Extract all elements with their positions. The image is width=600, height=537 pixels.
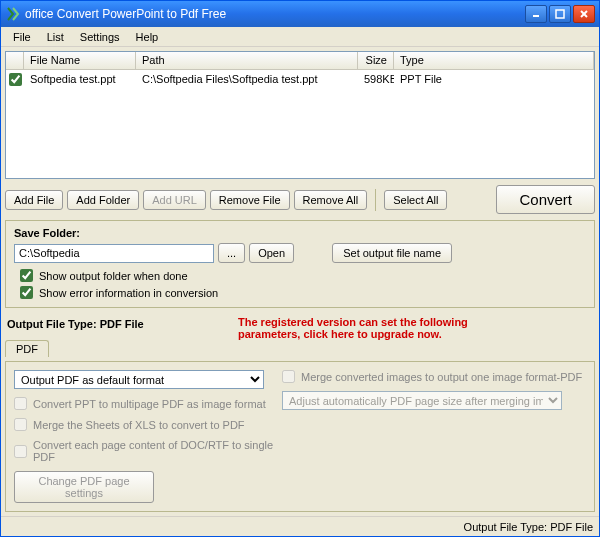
minimize-button[interactable]	[525, 5, 547, 23]
tab-pdf[interactable]: PDF	[5, 340, 49, 357]
show-output-folder-checkbox[interactable]	[20, 269, 33, 282]
menu-list[interactable]: List	[39, 29, 72, 45]
col-filename[interactable]: File Name	[24, 52, 136, 69]
file-list-header: File Name Path Size Type	[6, 52, 594, 70]
cell-path: C:\Softpedia Files\Softpedia test.ppt	[136, 72, 358, 86]
save-folder-input[interactable]	[14, 244, 214, 263]
titlebar: office Convert PowerPoint to Pdf Free	[1, 1, 599, 27]
divider	[375, 189, 376, 211]
pdf-tabs: PDF	[5, 340, 595, 357]
statusbar-text: Output File Type: PDF File	[464, 521, 593, 533]
merge-converted-checkbox	[282, 370, 295, 383]
open-folder-button[interactable]: Open	[249, 243, 294, 263]
save-folder-fieldset: Save Folder: ... Open Set output file na…	[5, 220, 595, 308]
cell-filename: Softpedia test.ppt	[24, 72, 136, 86]
file-list: File Name Path Size Type Softpedia test.…	[5, 51, 595, 179]
change-pdf-settings-button: Change PDF page settings	[14, 471, 154, 503]
show-output-folder-label: Show output folder when done	[39, 270, 188, 282]
remove-all-button[interactable]: Remove All	[294, 190, 368, 210]
row-checkbox[interactable]	[9, 73, 22, 86]
save-folder-legend: Save Folder:	[14, 227, 586, 239]
close-button[interactable]	[573, 5, 595, 23]
convert-doc-rtf-checkbox	[14, 445, 27, 458]
window-buttons	[525, 5, 595, 23]
remove-file-button[interactable]: Remove File	[210, 190, 290, 210]
browse-button[interactable]: ...	[218, 243, 245, 263]
col-type[interactable]: Type	[394, 52, 594, 69]
file-list-body[interactable]: Softpedia test.ppt C:\Softpedia Files\So…	[6, 70, 594, 178]
menu-settings[interactable]: Settings	[72, 29, 128, 45]
adjust-auto-select: Adjust automatically PDF page size after…	[282, 391, 562, 410]
convert-doc-rtf-label: Convert each page content of DOC/RTF to …	[33, 439, 274, 463]
convert-button[interactable]: Convert	[496, 185, 595, 214]
add-url-button: Add URL	[143, 190, 206, 210]
app-icon	[5, 6, 21, 22]
add-folder-button[interactable]: Add Folder	[67, 190, 139, 210]
maximize-button[interactable]	[549, 5, 571, 23]
col-path[interactable]: Path	[136, 52, 358, 69]
output-type-label: Output File Type: PDF File	[5, 312, 230, 336]
svg-rect-1	[556, 10, 564, 18]
table-row[interactable]: Softpedia test.ppt C:\Softpedia Files\So…	[6, 70, 594, 88]
app-window: office Convert PowerPoint to Pdf Free Fi…	[0, 0, 600, 537]
convert-ppt-multipage-checkbox	[14, 397, 27, 410]
merge-xls-checkbox	[14, 418, 27, 431]
menubar: File List Settings Help	[1, 27, 599, 47]
col-size[interactable]: Size	[358, 52, 394, 69]
action-button-row: Add File Add Folder Add URL Remove File …	[5, 183, 595, 216]
output-type-row: Output File Type: PDF File The registere…	[5, 312, 595, 336]
show-error-info-label: Show error information in conversion	[39, 287, 218, 299]
content-area: File Name Path Size Type Softpedia test.…	[1, 47, 599, 516]
show-error-info-checkbox[interactable]	[20, 286, 33, 299]
window-title: office Convert PowerPoint to Pdf Free	[25, 7, 525, 21]
add-file-button[interactable]: Add File	[5, 190, 63, 210]
upgrade-notice[interactable]: The registered version can set the follo…	[238, 316, 468, 340]
statusbar: Output File Type: PDF File	[1, 516, 599, 536]
select-all-button[interactable]: Select All	[384, 190, 447, 210]
default-format-select[interactable]: Output PDF as default format	[14, 370, 264, 389]
cell-type: PPT File	[394, 72, 594, 86]
menu-file[interactable]: File	[5, 29, 39, 45]
merge-converted-label: Merge converted images to output one ima…	[301, 371, 582, 383]
convert-ppt-multipage-label: Convert PPT to multipage PDF as image fo…	[33, 398, 266, 410]
col-check[interactable]	[6, 52, 24, 69]
merge-xls-label: Merge the Sheets of XLS to convert to PD…	[33, 419, 245, 431]
cell-size: 598KB	[358, 72, 394, 86]
menu-help[interactable]: Help	[128, 29, 167, 45]
pdf-tab-panel: Output PDF as default format Convert PPT…	[5, 361, 595, 512]
set-output-name-button[interactable]: Set output file name	[332, 243, 452, 263]
